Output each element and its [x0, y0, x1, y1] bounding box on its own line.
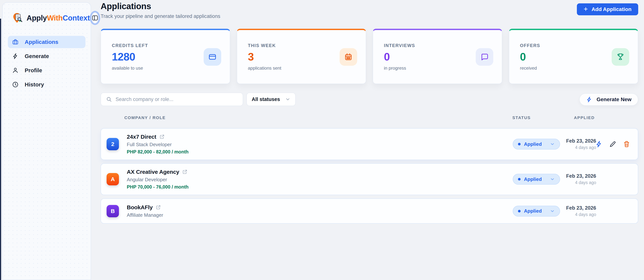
status-dot [518, 143, 520, 145]
company-role-cell: 24x7 Direct Full Stack Developer PHP 82,… [127, 134, 188, 154]
generate-action-button[interactable] [595, 140, 603, 148]
external-link-icon[interactable] [159, 134, 164, 140]
sidebar-item-label: Profile [25, 67, 42, 74]
stat-card-credits: CREDITS LEFT 1280 available to use [100, 29, 230, 84]
edit-action-button[interactable] [609, 140, 617, 148]
applied-ago: 4 days ago [566, 180, 596, 185]
sidebar-item-generate[interactable]: Generate [8, 50, 86, 62]
sidebar-nav: Applications Generate Profile History [2, 36, 91, 91]
external-link-icon[interactable] [156, 205, 161, 210]
company-name: AX Creative Agency [127, 169, 179, 175]
stats-row: CREDITS LEFT 1280 available to use THIS … [100, 29, 638, 84]
stat-label: THIS WEEK [248, 43, 366, 48]
stat-label: CREDITS LEFT [112, 43, 230, 48]
chevron-down-icon [550, 209, 555, 214]
salary: PHP 82,000 - 82,000 / month [127, 149, 188, 154]
applied-date: Feb 23, 2026 [566, 205, 596, 211]
sidebar-item-label: Applications [25, 39, 58, 45]
page-title: Applications [100, 1, 151, 11]
status-label: Applied [524, 176, 542, 182]
table-row[interactable]: 2 24x7 Direct Full Stack Developer PHP 8… [100, 128, 638, 160]
table-header: COMPANY / ROLE STATUS APPLIED [100, 115, 638, 123]
stat-sublabel: available to use [112, 66, 230, 71]
status-label: Applied [524, 141, 542, 147]
applied-cell: Feb 23, 2026 4 days ago [566, 205, 596, 217]
external-link-icon[interactable] [182, 169, 187, 174]
role: Full Stack Developer [127, 142, 188, 147]
stat-card-offers: OFFERS 0 received [509, 29, 638, 84]
chevron-down-icon [285, 97, 290, 102]
avatar: 2 [106, 138, 119, 150]
add-application-button[interactable]: + Add Application [577, 3, 638, 15]
column-header-company-role: COMPANY / ROLE [124, 115, 166, 120]
sidebar-item-label: History [25, 81, 44, 88]
status-dot [518, 178, 520, 180]
stat-card-this-week: THIS WEEK 3 applications sent [237, 29, 366, 84]
stat-label: OFFERS [520, 43, 638, 48]
applied-date: Feb 23, 2026 [566, 173, 596, 179]
status-dropdown[interactable]: Applied [513, 139, 560, 149]
lightning-icon [595, 140, 603, 148]
chevron-down-icon [550, 142, 555, 146]
status-filter-select[interactable]: All statuses [246, 93, 296, 106]
stat-label: INTERVIEWS [384, 43, 502, 48]
plus-icon: + [584, 5, 588, 12]
salary: PHP 70,000 - 76,000 / month [127, 184, 188, 190]
sidebar: ApplyWithContext Applications Generate [2, 2, 91, 280]
applied-date: Feb 23, 2026 [566, 138, 596, 144]
lightning-icon [12, 53, 19, 60]
avatar: A [106, 173, 119, 185]
status-dropdown[interactable]: Applied [513, 174, 560, 185]
row-actions [595, 140, 631, 148]
delete-action-button[interactable] [622, 140, 631, 148]
panel-left-icon [92, 14, 98, 21]
search-icon [106, 96, 112, 103]
company-role-cell: AX Creative Agency Angular Developer PHP… [127, 169, 188, 190]
role: Affiliate Manager [127, 212, 163, 218]
stat-icon-chip [476, 48, 493, 66]
lightning-icon [586, 96, 592, 103]
app-logo-icon [12, 12, 23, 23]
sidebar-item-label: Generate [25, 53, 49, 59]
status-filter-value: All statuses [252, 97, 280, 102]
status-label: Applied [524, 208, 542, 214]
app-title: ApplyWithContext [26, 14, 90, 22]
avatar: B [106, 205, 119, 217]
calendar-icon [344, 53, 353, 61]
credit-card-icon [208, 53, 217, 61]
stat-icon-chip [612, 48, 629, 66]
page-subtitle: Track your pipeline and generate tailore… [100, 13, 220, 19]
chevron-down-icon [550, 177, 555, 182]
generate-new-button[interactable]: Generate New [579, 93, 638, 106]
company-name: 24x7 Direct [127, 134, 156, 140]
trash-icon [623, 140, 630, 148]
generate-new-label: Generate New [596, 97, 632, 103]
logo-row: ApplyWithContext [2, 2, 91, 25]
user-icon [12, 67, 19, 74]
table-row[interactable]: A AX Creative Agency Angular Developer P… [100, 163, 638, 195]
role: Angular Developer [127, 177, 188, 183]
chat-bubble-icon [480, 53, 489, 61]
company-name: BookAFly [127, 204, 152, 211]
search-input[interactable] [116, 97, 238, 102]
applied-ago: 4 days ago [566, 145, 596, 150]
pencil-icon [609, 140, 616, 148]
applied-ago: 4 days ago [566, 212, 596, 217]
stat-sublabel: received [520, 66, 638, 71]
window-edge-strip [0, 19, 1, 280]
table-row[interactable]: B BookAFly Affiliate Manager Applied Feb… [100, 198, 638, 224]
sidebar-item-applications[interactable]: Applications [8, 36, 86, 48]
search-box [100, 93, 243, 106]
stat-card-interviews: INTERVIEWS 0 in progress [373, 29, 502, 84]
column-header-status: STATUS [512, 115, 531, 120]
stat-icon-chip [340, 48, 357, 66]
status-dropdown[interactable]: Applied [513, 206, 560, 217]
sidebar-item-profile[interactable]: Profile [8, 64, 86, 77]
applied-cell: Feb 23, 2026 4 days ago [566, 173, 596, 185]
sidebar-collapse-button[interactable] [90, 11, 100, 25]
status-dot [518, 210, 520, 212]
sidebar-item-history[interactable]: History [8, 78, 86, 91]
trophy-icon [616, 53, 625, 61]
company-role-cell: BookAFly Affiliate Manager [127, 204, 163, 218]
column-header-applied: APPLIED [574, 115, 595, 120]
